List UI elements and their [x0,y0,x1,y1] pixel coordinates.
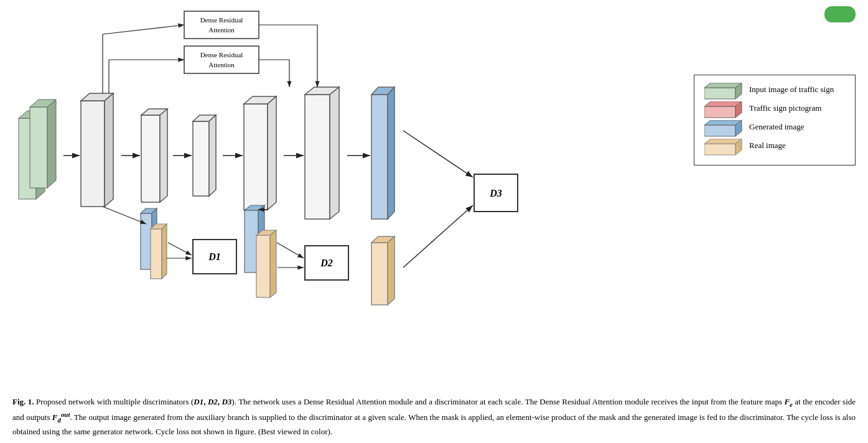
svg-rect-61 [193,240,236,274]
architecture-diagram: D3 Dense Residual Attention Dense Residu… [0,0,684,348]
svg-rect-28 [371,95,388,219]
svg-text:D3: D3 [489,188,502,198]
svg-rect-72 [305,246,348,280]
svg-line-45 [103,25,184,34]
svg-rect-24 [305,95,330,219]
svg-line-31 [403,131,473,177]
svg-marker-53 [141,208,157,213]
svg-marker-56 [151,224,167,229]
svg-rect-80 [704,125,735,136]
figure-caption: Fig. 1. Proposed network with multiple d… [12,396,856,438]
svg-marker-65 [258,205,264,273]
svg-line-70 [277,243,304,258]
svg-marker-9 [81,93,113,101]
caption-text: Fig. 1. Proposed network with multiple d… [12,397,856,436]
svg-text:D2: D2 [320,258,333,268]
svg-marker-29 [371,87,394,95]
svg-rect-12 [141,115,160,202]
toggle-button[interactable] [824,6,856,22]
svg-marker-5 [30,100,56,107]
svg-rect-38 [184,11,259,39]
svg-rect-32 [371,243,388,305]
legend-block-real [704,139,742,152]
legend-label-input: Input image of traffic sign [749,85,834,95]
svg-marker-13 [141,109,167,115]
svg-rect-20 [244,104,268,210]
legend-item-generated: Generated image [704,120,845,134]
svg-rect-4 [30,107,47,188]
legend-item-input: Input image of traffic sign [704,83,845,96]
svg-marker-68 [270,230,276,297]
svg-marker-18 [209,115,216,196]
svg-line-35 [403,205,473,268]
svg-marker-2 [19,111,45,118]
svg-text:Attention: Attention [208,26,235,34]
svg-marker-10 [105,93,113,207]
svg-rect-55 [151,229,162,279]
svg-marker-21 [244,96,276,104]
svg-marker-3 [36,111,45,199]
svg-marker-30 [388,87,394,219]
legend-item-pictogram: Traffic sign pictogram [704,101,845,115]
svg-text:Attention: Attention [208,61,235,68]
svg-marker-14 [160,109,167,202]
svg-marker-26 [330,87,339,219]
legend-label-real: Real image [749,141,786,151]
svg-marker-17 [193,115,216,121]
svg-rect-83 [704,144,735,155]
svg-marker-54 [152,208,157,269]
svg-rect-8 [81,101,105,207]
svg-rect-52 [141,213,152,269]
svg-marker-64 [245,205,264,210]
legend-block-generated [704,120,742,134]
legend-block-input [704,83,742,96]
svg-rect-1 [19,118,36,199]
svg-rect-63 [245,210,258,273]
svg-rect-66 [256,235,270,297]
svg-marker-33 [371,236,394,243]
legend-label-pictogram: Traffic sign pictogram [749,103,821,113]
svg-rect-77 [704,106,735,118]
svg-marker-6 [47,100,56,188]
svg-rect-74 [704,88,735,99]
svg-line-58 [103,207,146,224]
legend-label-generated: Generated image [749,122,804,132]
svg-marker-22 [268,96,276,210]
svg-rect-36 [474,174,518,212]
svg-marker-57 [162,224,167,279]
legend: Input image of traffic sign Traffic sign… [694,75,856,166]
svg-text:D1: D1 [208,251,221,262]
svg-rect-16 [193,121,209,196]
svg-marker-34 [388,236,394,305]
svg-marker-25 [305,87,339,95]
svg-marker-67 [256,230,276,235]
legend-item-real: Real image [704,139,845,152]
svg-text:Dense Residual: Dense Residual [200,16,243,24]
svg-line-59 [168,243,192,255]
main-container: D3 Dense Residual Attention Dense Residu… [0,0,868,443]
legend-block-pictogram [704,101,742,115]
svg-text:Dense Residual: Dense Residual [200,51,243,58]
svg-rect-41 [184,46,259,73]
